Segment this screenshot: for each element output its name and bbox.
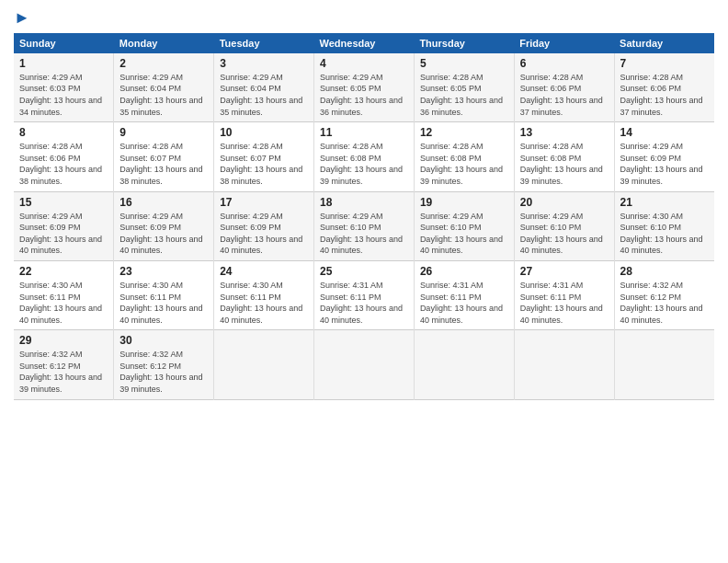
day-number: 5 (420, 57, 508, 70)
day-detail: Sunrise: 4:30 AMSunset: 6:11 PMDaylight:… (19, 281, 102, 325)
calendar-cell: 10 Sunrise: 4:28 AMSunset: 6:07 PMDaylig… (214, 122, 314, 191)
day-number: 20 (520, 196, 609, 209)
calendar-cell: 27 Sunrise: 4:31 AMSunset: 6:11 PMDaylig… (514, 260, 614, 329)
calendar-cell: 7 Sunrise: 4:28 AMSunset: 6:06 PMDayligh… (614, 53, 714, 122)
calendar-cell: 19 Sunrise: 4:29 AMSunset: 6:10 PMDaylig… (414, 191, 514, 260)
calendar-cell: 28 Sunrise: 4:32 AMSunset: 6:12 PMDaylig… (614, 260, 714, 329)
calendar-cell: 12 Sunrise: 4:28 AMSunset: 6:08 PMDaylig… (414, 122, 514, 191)
day-number: 29 (19, 334, 108, 347)
day-detail: Sunrise: 4:32 AMSunset: 6:12 PMDaylight:… (620, 281, 703, 325)
day-number: 6 (520, 57, 609, 70)
calendar-cell: 16 Sunrise: 4:29 AMSunset: 6:09 PMDaylig… (114, 191, 214, 260)
calendar-cell (314, 330, 415, 399)
day-number: 10 (220, 126, 308, 139)
day-detail: Sunrise: 4:29 AMSunset: 6:04 PMDaylight:… (119, 73, 202, 117)
day-number: 28 (620, 265, 709, 278)
calendar-cell (614, 330, 714, 399)
day-detail: Sunrise: 4:28 AMSunset: 6:08 PMDaylight:… (520, 142, 603, 186)
day-detail: Sunrise: 4:29 AMSunset: 6:05 PMDaylight:… (320, 73, 403, 117)
day-number: 15 (19, 196, 108, 209)
calendar-cell: 4 Sunrise: 4:29 AMSunset: 6:05 PMDayligh… (314, 53, 415, 122)
calendar-cell: 6 Sunrise: 4:28 AMSunset: 6:06 PMDayligh… (514, 53, 614, 122)
day-number: 27 (520, 265, 609, 278)
day-detail: Sunrise: 4:29 AMSunset: 6:10 PMDaylight:… (420, 212, 503, 256)
weekday-header: Monday (114, 33, 214, 53)
day-detail: Sunrise: 4:31 AMSunset: 6:11 PMDaylight:… (320, 281, 403, 325)
calendar-cell (514, 330, 614, 399)
day-number: 3 (220, 57, 308, 70)
page-container: ► SundayMondayTuesdayWednesdayThursdayFr… (0, 0, 728, 409)
day-number: 25 (320, 265, 408, 278)
logo: ► (14, 9, 30, 26)
day-number: 22 (19, 265, 108, 278)
day-number: 12 (420, 126, 508, 139)
day-detail: Sunrise: 4:28 AMSunset: 6:05 PMDaylight:… (420, 73, 503, 117)
day-number: 21 (620, 196, 709, 209)
calendar-cell: 20 Sunrise: 4:29 AMSunset: 6:10 PMDaylig… (514, 191, 614, 260)
day-number: 23 (119, 265, 208, 278)
calendar-week-row: 1 Sunrise: 4:29 AMSunset: 6:03 PMDayligh… (14, 53, 714, 122)
calendar-cell: 26 Sunrise: 4:31 AMSunset: 6:11 PMDaylig… (414, 260, 514, 329)
day-detail: Sunrise: 4:29 AMSunset: 6:09 PMDaylight:… (220, 212, 302, 256)
calendar-week-row: 8 Sunrise: 4:28 AMSunset: 6:06 PMDayligh… (14, 122, 714, 191)
day-number: 13 (520, 126, 609, 139)
day-detail: Sunrise: 4:31 AMSunset: 6:11 PMDaylight:… (520, 281, 603, 325)
calendar-cell: 22 Sunrise: 4:30 AMSunset: 6:11 PMDaylig… (14, 260, 114, 329)
day-detail: Sunrise: 4:29 AMSunset: 6:03 PMDaylight:… (19, 73, 102, 117)
day-detail: Sunrise: 4:30 AMSunset: 6:10 PMDaylight:… (620, 212, 703, 256)
calendar-week-row: 15 Sunrise: 4:29 AMSunset: 6:09 PMDaylig… (14, 191, 714, 260)
day-number: 8 (19, 126, 108, 139)
calendar-cell: 23 Sunrise: 4:30 AMSunset: 6:11 PMDaylig… (114, 260, 214, 329)
day-number: 19 (420, 196, 508, 209)
day-detail: Sunrise: 4:30 AMSunset: 6:11 PMDaylight:… (119, 281, 202, 325)
weekday-header: Tuesday (214, 33, 314, 53)
day-detail: Sunrise: 4:28 AMSunset: 6:07 PMDaylight:… (220, 142, 302, 186)
day-detail: Sunrise: 4:29 AMSunset: 6:10 PMDaylight:… (320, 212, 403, 256)
day-detail: Sunrise: 4:29 AMSunset: 6:04 PMDaylight:… (220, 73, 302, 117)
calendar-cell: 8 Sunrise: 4:28 AMSunset: 6:06 PMDayligh… (14, 122, 114, 191)
weekday-header: Saturday (614, 33, 714, 53)
calendar-cell: 11 Sunrise: 4:28 AMSunset: 6:08 PMDaylig… (314, 122, 415, 191)
day-number: 17 (220, 196, 308, 209)
day-number: 9 (119, 126, 208, 139)
calendar-cell: 21 Sunrise: 4:30 AMSunset: 6:10 PMDaylig… (614, 191, 714, 260)
day-number: 2 (119, 57, 208, 70)
calendar-cell: 29 Sunrise: 4:32 AMSunset: 6:12 PMDaylig… (14, 330, 114, 399)
day-number: 16 (119, 196, 208, 209)
calendar-cell (414, 330, 514, 399)
day-detail: Sunrise: 4:30 AMSunset: 6:11 PMDaylight:… (220, 281, 302, 325)
day-detail: Sunrise: 4:28 AMSunset: 6:07 PMDaylight:… (119, 142, 202, 186)
day-detail: Sunrise: 4:29 AMSunset: 6:09 PMDaylight:… (119, 212, 202, 256)
logo-text: ► (14, 9, 30, 28)
calendar-cell: 30 Sunrise: 4:32 AMSunset: 6:12 PMDaylig… (114, 330, 214, 399)
weekday-header-row: SundayMondayTuesdayWednesdayThursdayFrid… (14, 33, 714, 53)
day-detail: Sunrise: 4:29 AMSunset: 6:10 PMDaylight:… (520, 212, 603, 256)
day-number: 1 (19, 57, 108, 70)
day-detail: Sunrise: 4:28 AMSunset: 6:08 PMDaylight:… (420, 142, 503, 186)
weekday-header: Sunday (14, 33, 114, 53)
calendar-cell (214, 330, 314, 399)
calendar-week-row: 29 Sunrise: 4:32 AMSunset: 6:12 PMDaylig… (14, 330, 714, 399)
day-detail: Sunrise: 4:29 AMSunset: 6:09 PMDaylight:… (19, 212, 102, 256)
weekday-header: Thursday (414, 33, 514, 53)
calendar-cell: 9 Sunrise: 4:28 AMSunset: 6:07 PMDayligh… (114, 122, 214, 191)
weekday-header: Wednesday (314, 33, 415, 53)
day-number: 24 (220, 265, 308, 278)
calendar-week-row: 22 Sunrise: 4:30 AMSunset: 6:11 PMDaylig… (14, 260, 714, 329)
day-number: 4 (320, 57, 408, 70)
day-detail: Sunrise: 4:32 AMSunset: 6:12 PMDaylight:… (119, 350, 202, 394)
day-number: 18 (320, 196, 408, 209)
weekday-header: Friday (514, 33, 614, 53)
day-detail: Sunrise: 4:32 AMSunset: 6:12 PMDaylight:… (19, 350, 102, 394)
day-number: 7 (620, 57, 709, 70)
calendar-cell: 13 Sunrise: 4:28 AMSunset: 6:08 PMDaylig… (514, 122, 614, 191)
day-detail: Sunrise: 4:28 AMSunset: 6:06 PMDaylight:… (520, 73, 603, 117)
day-detail: Sunrise: 4:28 AMSunset: 6:06 PMDaylight:… (620, 73, 703, 117)
calendar-cell: 3 Sunrise: 4:29 AMSunset: 6:04 PMDayligh… (214, 53, 314, 122)
page-header: ► (14, 9, 714, 26)
day-detail: Sunrise: 4:28 AMSunset: 6:06 PMDaylight:… (19, 142, 102, 186)
calendar-cell: 24 Sunrise: 4:30 AMSunset: 6:11 PMDaylig… (214, 260, 314, 329)
calendar-table: SundayMondayTuesdayWednesdayThursdayFrid… (14, 33, 714, 400)
day-number: 14 (620, 126, 709, 139)
day-number: 11 (320, 126, 408, 139)
